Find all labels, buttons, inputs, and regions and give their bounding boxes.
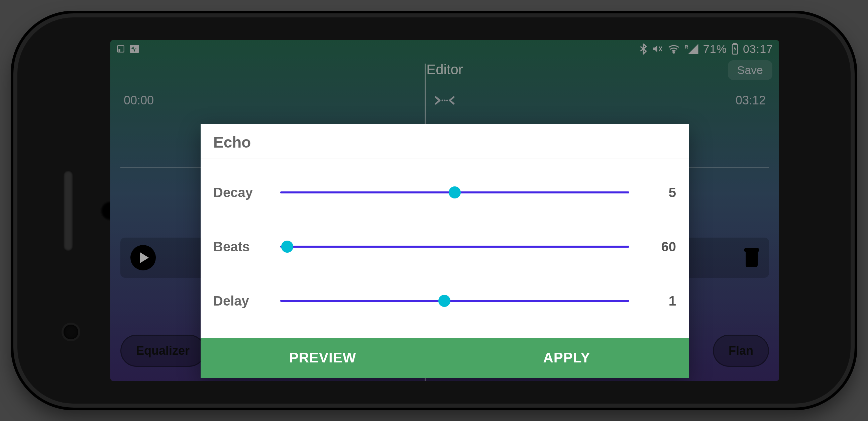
slider-value-delay: 1 [629, 293, 676, 309]
dialog-title: Echo [200, 124, 689, 159]
device-screen: R 71% 03:17 Editor Save 00:00 [110, 40, 779, 381]
phone-speaker [64, 171, 73, 251]
effect-chip-equalizer[interactable]: Equalizer [120, 335, 205, 367]
slider-row-decay: Decay 5 [213, 166, 676, 219]
slider-row-beats: Beats 60 [213, 220, 676, 274]
svg-point-10 [444, 100, 446, 102]
battery-charging-icon [732, 43, 738, 55]
svg-point-5 [673, 52, 675, 53]
phone-camera [64, 325, 78, 339]
selection-handle-icon[interactable] [433, 93, 456, 108]
slider-thumb[interactable] [449, 187, 461, 198]
app-bar: Editor Save [110, 58, 779, 82]
svg-text:R: R [684, 44, 688, 50]
timeline-row: 00:00 03:12 [110, 87, 779, 114]
play-button[interactable] [130, 245, 156, 271]
timeline-start-time: 00:00 [124, 93, 154, 107]
svg-point-11 [446, 100, 448, 102]
slider-track [280, 246, 629, 248]
status-bar: R 71% 03:17 [110, 40, 779, 58]
slider-value-decay: 5 [629, 185, 676, 200]
slider-value-beats: 60 [629, 239, 676, 254]
delete-button[interactable] [744, 248, 759, 267]
slider-delay[interactable] [280, 293, 629, 309]
echo-dialog: Echo Decay 5 Beats [200, 124, 689, 378]
slider-track [280, 300, 629, 302]
wifi-icon [668, 44, 680, 54]
slider-row-delay: Delay 1 [213, 274, 676, 328]
svg-point-9 [442, 100, 443, 102]
save-button[interactable]: Save [728, 60, 773, 80]
slider-thumb[interactable] [281, 241, 293, 253]
dialog-actions: PREVIEW APPLY [200, 338, 689, 378]
roaming-signal-icon: R [684, 44, 699, 54]
preview-button[interactable]: PREVIEW [200, 338, 445, 378]
slider-beats[interactable] [280, 238, 629, 255]
apply-button[interactable]: APPLY [445, 338, 689, 378]
slider-decay[interactable] [280, 185, 629, 200]
slider-label-delay: Delay [213, 293, 280, 309]
slider-thumb[interactable] [438, 295, 451, 307]
mute-vibrate-icon [652, 44, 663, 54]
bluetooth-icon [640, 43, 647, 55]
screen-title: Editor [426, 62, 463, 78]
phone-frame: R 71% 03:17 Editor Save 00:00 [13, 13, 855, 408]
svg-rect-8 [734, 43, 736, 45]
slider-label-decay: Decay [213, 185, 280, 200]
dialog-body: Decay 5 Beats 60 [200, 159, 689, 338]
status-time: 03:17 [743, 43, 773, 56]
status-dock-icon [116, 45, 125, 53]
status-activity-icon [130, 45, 139, 53]
slider-label-beats: Beats [213, 239, 280, 254]
effect-chip-flanger[interactable]: Flan [713, 335, 769, 367]
svg-rect-1 [119, 50, 120, 51]
timeline-end-time: 03:12 [736, 93, 766, 107]
svg-rect-0 [117, 46, 124, 52]
battery-percentage: 71% [703, 43, 727, 56]
